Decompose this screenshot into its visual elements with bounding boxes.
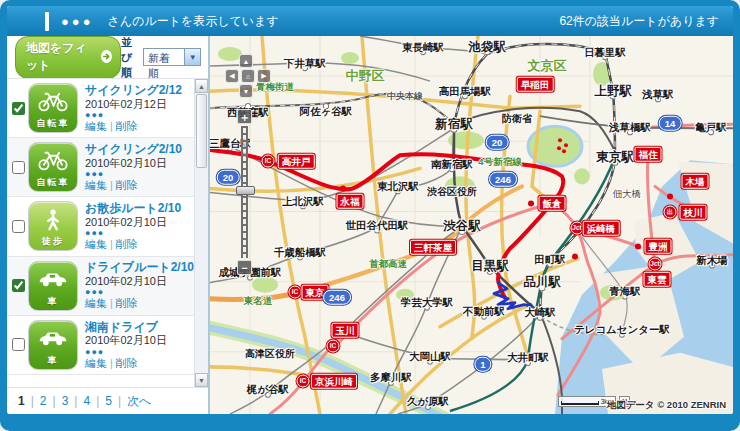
route-title-link[interactable]: サイクリング2/10 <box>85 142 182 157</box>
route-checkbox[interactable] <box>12 220 25 233</box>
pagination-separator: | <box>96 394 99 408</box>
car-icon: 車 <box>28 261 78 311</box>
pan-up-button[interactable]: ▲ <box>239 54 253 68</box>
route-checkbox[interactable] <box>12 279 25 292</box>
zoom-in-button[interactable]: ＋ <box>237 109 252 124</box>
arrow-right-icon <box>101 50 112 63</box>
route-type-label: 自転車 <box>29 176 77 189</box>
sort-label: 並び順 <box>121 35 139 80</box>
route-date: 2010年02月10日 <box>85 275 191 288</box>
logo-bar <box>45 12 49 31</box>
route-type-label: 車 <box>29 354 77 367</box>
bicycle-icon: 自転車 <box>28 83 78 133</box>
edit-link[interactable]: 編集 <box>85 357 107 369</box>
route-rating-dots: ●●● <box>85 111 182 120</box>
edit-link[interactable]: 編集 <box>85 297 107 309</box>
route-date: 2010年02月10日 <box>85 216 181 229</box>
route-checkbox[interactable] <box>12 338 25 351</box>
route-date: 2010年02月10日 <box>85 157 182 170</box>
zoom-out-button[interactable]: − <box>237 260 252 275</box>
fit-map-button-label: 地図をフィット <box>26 40 96 74</box>
pagination-separator: | <box>74 394 77 408</box>
scale-line <box>561 401 599 405</box>
pagination-page-link[interactable]: 3 <box>62 394 69 408</box>
edit-link[interactable]: 編集 <box>85 120 107 132</box>
route-list-item: 自転車サイクリング2/102010年02月10日●●●編集|削除 <box>7 138 194 197</box>
link-separator: | <box>110 297 113 309</box>
route-date: 2010年02月12日 <box>85 98 182 111</box>
pagination-page-link[interactable]: 2 <box>40 394 47 408</box>
pagination-separator: | <box>53 394 56 408</box>
map-attribution: 地図データ © 2010 ZENRIN <box>607 400 726 410</box>
pan-left-button[interactable]: ◀ <box>225 69 239 83</box>
result-count: 62件の該当ルートがあります <box>559 13 719 30</box>
route-checkbox[interactable] <box>12 102 25 115</box>
delete-link[interactable]: 削除 <box>116 297 138 309</box>
chevron-down-icon[interactable]: ▼ <box>184 49 200 65</box>
app-window: ●●● さんのルートを表示しています 62件の該当ルートがあります 地図をフィッ… <box>0 0 740 431</box>
route-type-label: 車 <box>29 295 77 308</box>
zoom-slider-handle[interactable] <box>236 186 255 195</box>
route-checkbox[interactable] <box>12 161 25 174</box>
route-list: 自転車サイクリング2/122010年02月12日●●●編集|削除自転車サイクリン… <box>7 79 194 387</box>
route-title-link[interactable]: 湘南ドライブ <box>85 320 167 335</box>
bicycle-icon: 自転車 <box>28 142 78 192</box>
link-separator: | <box>110 357 113 369</box>
route-title-link[interactable]: サイクリング2/12 <box>85 83 182 98</box>
route-rating-dots: ●●● <box>85 348 167 357</box>
sort-select-value: 新着順 <box>144 49 184 65</box>
link-separator: | <box>110 179 113 191</box>
route-list-item: 徒歩お散歩ルート2/102010年02月10日●●●編集|削除 <box>7 197 194 256</box>
route-type-label: 徒歩 <box>29 235 77 248</box>
route-title-link[interactable]: ドライブルート2/10 <box>85 260 191 275</box>
pan-home-button[interactable]: ⌂ <box>241 69 255 83</box>
pagination-page-link[interactable]: 4 <box>83 394 90 408</box>
edit-link[interactable]: 編集 <box>85 238 107 250</box>
edit-link[interactable]: 編集 <box>85 179 107 191</box>
map-canvas[interactable]: 下井草駅東長崎駅池袋駅日暮里駅中野区文京区早稲田上野駅浅草駅青梅街道中央本線高田… <box>210 36 733 414</box>
pagination-separator: | <box>118 394 121 408</box>
route-rating-dots: ●●● <box>85 229 181 238</box>
list-scrollbar[interactable]: ▲ ▼ <box>194 79 208 387</box>
route-list-item: 自転車サイクリング2/122010年02月12日●●●編集|削除 <box>7 79 194 138</box>
pagination-separator: | <box>31 394 34 408</box>
route-rating-dots: ●●● <box>85 288 191 297</box>
map-base-graphics <box>210 36 733 414</box>
pagination-current: 1 <box>18 394 25 408</box>
route-list-item: 車湘南ドライブ2010年02月10日●●●編集|削除 <box>7 316 194 375</box>
page-title: さんのルートを表示しています <box>108 13 279 30</box>
pan-down-button[interactable]: ▼ <box>239 84 253 98</box>
link-separator: | <box>110 238 113 250</box>
scrollbar-thumb[interactable] <box>196 94 207 168</box>
scroll-down-icon[interactable]: ▼ <box>195 373 208 387</box>
link-separator: | <box>110 120 113 132</box>
route-type-label: 自転車 <box>29 117 77 130</box>
scrollbar-track[interactable] <box>195 93 208 373</box>
delete-link[interactable]: 削除 <box>116 238 138 250</box>
walk-icon: 徒歩 <box>28 201 78 251</box>
delete-link[interactable]: 削除 <box>116 179 138 191</box>
car-icon: 車 <box>28 320 78 370</box>
user-dots-icon: ●●● <box>61 15 94 28</box>
route-list-item: 車ドライブルート2/102010年02月10日●●●編集|削除 <box>7 257 194 316</box>
route-rating-dots: ●●● <box>85 170 182 179</box>
top-bar: ●●● さんのルートを表示しています 62件の該当ルートがあります <box>7 6 733 36</box>
scroll-up-icon[interactable]: ▲ <box>195 79 208 93</box>
route-title-link[interactable]: お散歩ルート2/10 <box>85 201 181 216</box>
pagination: 1|2|3|4|5|次へ <box>7 387 208 414</box>
pan-right-button[interactable]: ▶ <box>257 69 271 83</box>
pagination-page-link[interactable]: 5 <box>105 394 112 408</box>
delete-link[interactable]: 削除 <box>116 357 138 369</box>
route-sidebar: 地図をフィット 並び順 新着順 ▼ 自転車サイクリング2/12 <box>7 36 210 414</box>
route-date: 2010年02月10日 <box>85 334 167 347</box>
pagination-next-link[interactable]: 次へ <box>127 393 151 410</box>
sort-select[interactable]: 新着順 ▼ <box>143 48 201 66</box>
delete-link[interactable]: 削除 <box>116 120 138 132</box>
fit-map-button[interactable]: 地図をフィット <box>15 36 121 79</box>
